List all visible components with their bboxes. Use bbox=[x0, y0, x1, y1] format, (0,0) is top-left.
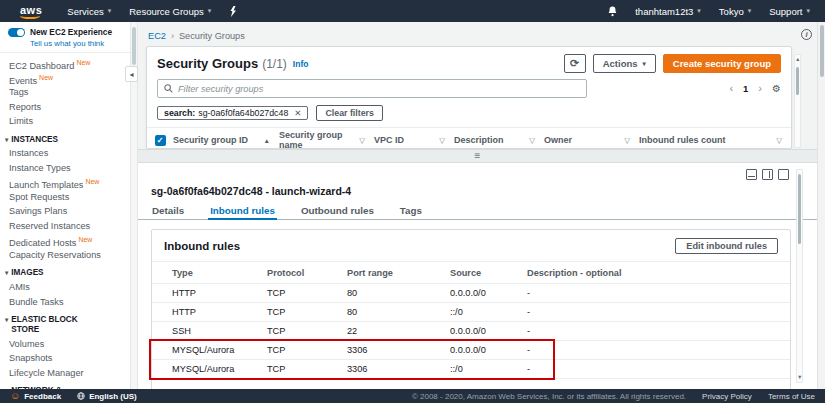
column-vpc-id[interactable]: VPC ID▽ bbox=[374, 135, 454, 145]
aws-logo[interactable]: aws bbox=[20, 5, 42, 16]
edit-inbound-rules-button[interactable]: Edit inbound rules bbox=[675, 238, 778, 254]
create-security-group-button[interactable]: Create security group bbox=[663, 54, 781, 73]
check-icon: ✓ bbox=[157, 136, 164, 145]
scrollbar-thumb[interactable] bbox=[132, 27, 136, 65]
sidebar-list: AMIs Bundle Tasks bbox=[0, 280, 130, 309]
filter-icon[interactable]: ▽ bbox=[529, 136, 535, 145]
pin-shortcut-icon[interactable] bbox=[220, 6, 246, 17]
new-badge: New bbox=[85, 178, 99, 185]
language-selector[interactable]: English (US) bbox=[77, 392, 137, 401]
sidebar-item-volumes[interactable]: Volumes bbox=[0, 337, 130, 352]
notifications-bell-icon[interactable] bbox=[599, 6, 626, 17]
sidebar-item-instances[interactable]: Instances bbox=[0, 146, 130, 161]
sidebar-collapse-button[interactable]: ◂ bbox=[125, 66, 138, 82]
privacy-policy-link[interactable]: Privacy Policy bbox=[702, 392, 752, 401]
page-number[interactable]: 1 bbox=[743, 83, 748, 94]
scrollbar-thumb[interactable] bbox=[798, 174, 801, 244]
close-icon[interactable]: ✕ bbox=[294, 108, 301, 118]
sidebar-item-launch-templates[interactable]: Launch TemplatesNew bbox=[0, 175, 130, 190]
sidebar-section-network-security[interactable]: ▾ NETWORK & SECURITY bbox=[0, 380, 130, 389]
scrollbar-thumb[interactable] bbox=[820, 25, 824, 77]
column-owner[interactable]: Owner▽ bbox=[544, 135, 639, 145]
sidebar-item-amis[interactable]: AMIs bbox=[0, 280, 130, 295]
sidebar-item-reports[interactable]: Reports bbox=[0, 100, 130, 115]
column-description[interactable]: Description▽ bbox=[454, 135, 544, 145]
chevron-down-icon: ▾ bbox=[806, 7, 810, 15]
region-menu[interactable]: Tokyo ▾ bbox=[710, 0, 760, 22]
scrollbar-thumb[interactable] bbox=[796, 67, 799, 95]
table-row: MYSQL/Aurora TCP 3306 ::/0 - bbox=[152, 360, 790, 379]
clear-filters-button[interactable]: Clear filters bbox=[316, 105, 382, 121]
experience-toggle[interactable] bbox=[8, 28, 25, 37]
scroll-down-icon[interactable]: ▼ bbox=[797, 374, 802, 381]
drag-handle-icon[interactable]: ≡ bbox=[475, 152, 481, 160]
sidebar-item-capacity-reservations[interactable]: Capacity Reservations bbox=[0, 248, 130, 263]
gear-icon[interactable]: ⚙ bbox=[772, 83, 781, 94]
column-security-group-id[interactable]: Security group ID▲ bbox=[173, 135, 279, 145]
chevron-down-icon: ▾ bbox=[108, 7, 112, 15]
sidebar-item-snapshots[interactable]: Snapshots bbox=[0, 351, 130, 366]
refresh-button[interactable]: ⟳ bbox=[564, 54, 586, 73]
help-info-icon[interactable]: i bbox=[801, 29, 812, 40]
support-menu[interactable]: Support ▾ bbox=[760, 0, 819, 22]
tab-tags[interactable]: Tags bbox=[400, 203, 422, 219]
split-horizontal-icon[interactable] bbox=[746, 169, 757, 180]
experience-title: New EC2 Experience bbox=[30, 27, 112, 37]
refresh-icon: ⟳ bbox=[570, 57, 579, 70]
tab-outbound-rules[interactable]: Outbound rules bbox=[301, 203, 374, 219]
sidebar-item-savings-plans[interactable]: Savings Plans bbox=[0, 204, 130, 219]
cell-protocol: TCP bbox=[267, 307, 347, 317]
search-icon bbox=[164, 84, 173, 93]
filter-icon[interactable]: ▽ bbox=[776, 136, 782, 145]
actions-button[interactable]: Actions▾ bbox=[593, 54, 656, 73]
account-menu[interactable]: thanhtam12t3 ▾ bbox=[626, 0, 710, 22]
search-input[interactable] bbox=[178, 84, 580, 94]
cell-description: - bbox=[527, 288, 790, 298]
sidebar-item-lifecycle-manager[interactable]: Lifecycle Manager bbox=[0, 366, 130, 381]
filter-chip[interactable]: search: sg-0a6f0fa64b027dc48 ✕ bbox=[157, 106, 308, 120]
cell-source: 0.0.0.0/0 bbox=[450, 288, 527, 298]
sidebar-item-spot-requests[interactable]: Spot Requests bbox=[0, 190, 130, 205]
sidebar-item-dedicated-hosts[interactable]: Dedicated HostsNew bbox=[0, 233, 130, 248]
breadcrumb-separator-icon: › bbox=[171, 31, 174, 41]
column-security-group-name[interactable]: Security group name▽ bbox=[279, 130, 374, 150]
cell-protocol: TCP bbox=[267, 364, 347, 374]
feedback-button[interactable]: ☺ Feedback bbox=[10, 391, 61, 401]
sidebar-item-ec2-dashboard[interactable]: EC2 DashboardNew bbox=[0, 56, 130, 71]
breadcrumb-ec2-link[interactable]: EC2 bbox=[148, 31, 166, 41]
sidebar-item-limits[interactable]: Limits bbox=[0, 114, 130, 129]
column-inbound-rules-count[interactable]: Inbound rules count▽ bbox=[639, 135, 791, 145]
section-title: Inbound rules bbox=[164, 240, 240, 252]
page-scrollbar[interactable] bbox=[817, 22, 825, 389]
resource-groups-menu[interactable]: Resource Groups ▾ bbox=[120, 0, 220, 22]
single-pane-icon[interactable] bbox=[778, 169, 789, 180]
filter-icon[interactable]: ▽ bbox=[624, 136, 630, 145]
sidebar-item-reserved-instances[interactable]: Reserved Instances bbox=[0, 219, 130, 234]
cell-type: HTTP bbox=[172, 307, 267, 317]
filter-icon[interactable]: ▽ bbox=[439, 136, 445, 145]
sidebar-item-tags[interactable]: Tags bbox=[0, 85, 130, 100]
experience-feedback-link[interactable]: Tell us what you think bbox=[30, 39, 122, 48]
tab-inbound-rules[interactable]: Inbound rules bbox=[210, 203, 275, 219]
chevron-down-icon: ▾ bbox=[697, 7, 701, 15]
terms-of-use-link[interactable]: Terms of Use bbox=[768, 392, 815, 401]
select-all-checkbox[interactable]: ✓ bbox=[155, 135, 166, 146]
tab-details[interactable]: Details bbox=[152, 203, 184, 219]
cell-source: ::/0 bbox=[450, 364, 527, 374]
sidebar-item-events[interactable]: EventsNew bbox=[0, 71, 130, 86]
info-link[interactable]: Info bbox=[293, 59, 309, 69]
sidebar-section-instances[interactable]: ▾ INSTANCES bbox=[0, 129, 130, 147]
scroll-up-icon[interactable]: ▲ bbox=[795, 56, 800, 63]
sidebar-section-images[interactable]: ▾ IMAGES bbox=[0, 262, 130, 280]
split-vertical-icon[interactable] bbox=[762, 169, 773, 180]
services-menu[interactable]: Services ▾ bbox=[58, 0, 120, 22]
filter-icon[interactable]: ▽ bbox=[359, 136, 365, 145]
list-scrollbar[interactable]: ▲ bbox=[794, 54, 801, 148]
prev-page-icon[interactable]: ‹ bbox=[729, 83, 733, 94]
sidebar-item-instance-types[interactable]: Instance Types bbox=[0, 161, 130, 176]
panel-scrollbar[interactable]: ▼ bbox=[796, 169, 803, 383]
next-page-icon[interactable]: › bbox=[758, 83, 762, 94]
chevron-down-icon: ▾ bbox=[5, 316, 8, 335]
sidebar-item-bundle-tasks[interactable]: Bundle Tasks bbox=[0, 295, 130, 310]
sidebar-section-elastic-block-store[interactable]: ▾ ELASTIC BLOCK STORE bbox=[0, 309, 130, 337]
